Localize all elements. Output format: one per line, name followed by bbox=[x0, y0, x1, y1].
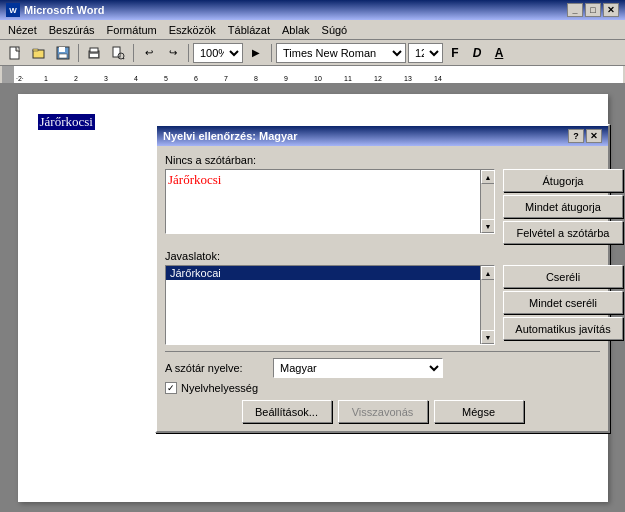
sep4 bbox=[271, 44, 272, 62]
dialog-title-bar: Nyelvi ellenőrzés: Magyar ? ✕ bbox=[157, 126, 608, 146]
svg-rect-8 bbox=[90, 54, 98, 57]
dialog-help-button[interactable]: ? bbox=[568, 129, 584, 143]
skip-button[interactable]: Átugorja bbox=[503, 169, 623, 192]
replace-all-button[interactable]: Mindet cseréli bbox=[503, 291, 623, 314]
svg-rect-5 bbox=[59, 54, 67, 58]
new-button[interactable] bbox=[4, 43, 26, 63]
dialog-body: Nincs a szótárban: Járőrkocsi ▲ ▼ Átugor… bbox=[157, 146, 608, 431]
close-button[interactable]: ✕ bbox=[603, 3, 619, 17]
scroll-up-btn[interactable]: ▲ bbox=[481, 170, 495, 184]
right-buttons-bottom: Cseréli Mindet cseréli Automatikus javít… bbox=[503, 265, 623, 345]
app-icon: W bbox=[6, 3, 20, 17]
title-bar-left: W Microsoft Word bbox=[6, 3, 104, 17]
menu-beszuras[interactable]: Beszúrás bbox=[45, 23, 99, 37]
not-in-dict-label: Nincs a szótárban: bbox=[165, 154, 600, 166]
menu-eszkozok[interactable]: Eszközök bbox=[165, 23, 220, 37]
zoom-arrow[interactable]: ▶ bbox=[245, 43, 267, 63]
suggestions-scrollbar[interactable]: ▲ ▼ bbox=[480, 266, 494, 344]
sugg-scroll-down[interactable]: ▼ bbox=[481, 330, 495, 344]
add-button[interactable]: Felvétel a szótárba bbox=[503, 221, 623, 244]
skip-all-button[interactable]: Mindet átugorja bbox=[503, 195, 623, 218]
settings-button[interactable]: Beállítások... bbox=[242, 400, 332, 423]
title-bar: W Microsoft Word _ □ ✕ bbox=[0, 0, 625, 20]
auto-correct-button[interactable]: Automatikus javítás bbox=[503, 317, 623, 340]
italic-button[interactable]: D bbox=[467, 43, 487, 63]
not-in-dict-container: Járőrkocsi ▲ ▼ bbox=[165, 169, 495, 244]
print-button[interactable] bbox=[83, 43, 105, 63]
suggestions-label: Javaslatok: bbox=[165, 250, 600, 262]
title-bar-controls[interactable]: _ □ ✕ bbox=[567, 3, 619, 17]
suggestions-row: Járőrkocai ▲ ▼ Cseréli Mindet cseréli Au… bbox=[165, 265, 600, 345]
font-select[interactable]: Times New Roman bbox=[276, 43, 406, 63]
cancel-button[interactable]: Mégse bbox=[434, 400, 524, 423]
sep1 bbox=[78, 44, 79, 62]
open-button[interactable] bbox=[28, 43, 50, 63]
suggestions-container: Járőrkocai ▲ ▼ bbox=[165, 265, 495, 345]
checkbox-row: ✓ Nyelvhelyesség bbox=[165, 382, 600, 394]
not-in-dict-row: Járőrkocsi ▲ ▼ Átugorja Mindet átugorja … bbox=[165, 169, 600, 244]
svg-rect-2 bbox=[33, 49, 38, 51]
undo-button[interactable]: Visszavonás bbox=[338, 400, 428, 423]
lang-label: A szótár nyelve: bbox=[165, 362, 265, 374]
suggestions-listbox[interactable]: Járőrkocai ▲ ▼ bbox=[165, 265, 495, 345]
suggestions-section: Javaslatok: Járőrkocai ▲ ▼ Cseréli bbox=[165, 250, 600, 345]
misspelled-word: Járőrkocsi bbox=[168, 172, 492, 188]
lang-row: A szótár nyelve: Magyar bbox=[165, 358, 600, 378]
maximize-button[interactable]: □ bbox=[585, 3, 601, 17]
menu-nezet[interactable]: Nézet bbox=[4, 23, 41, 37]
spell-checkbox[interactable]: ✓ bbox=[165, 382, 177, 394]
checkbox-label: Nyelvhelyesség bbox=[181, 382, 258, 394]
svg-rect-9 bbox=[113, 47, 120, 57]
scroll-down-btn[interactable]: ▼ bbox=[481, 219, 495, 233]
ruler: ·2· 1 2 3 4 5 6 7 8 9 10 11 12 13 14 bbox=[0, 66, 625, 84]
menu-bar: Nézet Beszúrás Formátum Eszközök Tábláza… bbox=[0, 20, 625, 40]
menu-formatum[interactable]: Formátum bbox=[103, 23, 161, 37]
selected-text: Járőrkocsi bbox=[38, 114, 95, 130]
dialog-title-controls[interactable]: ? ✕ bbox=[568, 129, 602, 143]
size-select[interactable]: 12 bbox=[408, 43, 443, 63]
menu-tablazat[interactable]: Táblázat bbox=[224, 23, 274, 37]
dialog-bottom-section: A szótár nyelve: Magyar ✓ Nyelvhelyesség… bbox=[165, 351, 600, 423]
bottom-buttons: Beállítások... Visszavonás Mégse bbox=[165, 400, 600, 423]
not-in-dict-section: Nincs a szótárban: Járőrkocsi ▲ ▼ Átugor… bbox=[165, 154, 600, 244]
suggestion-item[interactable]: Járőrkocai bbox=[166, 266, 494, 280]
textbox-scrollbar[interactable]: ▲ ▼ bbox=[480, 170, 494, 233]
ruler-body: ·2· 1 2 3 4 5 6 7 8 9 10 11 12 13 14 bbox=[14, 66, 623, 83]
dialog-title: Nyelvi ellenőrzés: Magyar bbox=[163, 130, 298, 142]
app-title: Microsoft Word bbox=[24, 4, 104, 16]
svg-rect-7 bbox=[90, 48, 98, 52]
dialog-close-button[interactable]: ✕ bbox=[586, 129, 602, 143]
ruler-margin-left bbox=[2, 66, 14, 83]
zoom-select[interactable]: 100% bbox=[193, 43, 243, 63]
redo-button[interactable]: ↪ bbox=[162, 43, 184, 63]
bold-button[interactable]: F bbox=[445, 43, 465, 63]
minimize-button[interactable]: _ bbox=[567, 3, 583, 17]
menu-sugo[interactable]: Súgó bbox=[318, 23, 352, 37]
preview-button[interactable] bbox=[107, 43, 129, 63]
sugg-scroll-up[interactable]: ▲ bbox=[481, 266, 495, 280]
toolbar: ↩ ↪ 100% ▶ Times New Roman 12 F D A bbox=[0, 40, 625, 66]
sep3 bbox=[188, 44, 189, 62]
save-button[interactable] bbox=[52, 43, 74, 63]
spell-check-dialog: Nyelvi ellenőrzés: Magyar ? ✕ Nincs a sz… bbox=[155, 124, 610, 433]
svg-line-11 bbox=[123, 58, 124, 59]
undo-button[interactable]: ↩ bbox=[138, 43, 160, 63]
svg-rect-4 bbox=[59, 47, 65, 52]
misspelled-textbox[interactable]: Járőrkocsi ▲ ▼ bbox=[165, 169, 495, 234]
menu-ablak[interactable]: Ablak bbox=[278, 23, 314, 37]
replace-button[interactable]: Cseréli bbox=[503, 265, 623, 288]
right-buttons-top: Átugorja Mindet átugorja Felvétel a szót… bbox=[503, 169, 623, 244]
sep2 bbox=[133, 44, 134, 62]
lang-select[interactable]: Magyar bbox=[273, 358, 443, 378]
underline-button[interactable]: A bbox=[489, 43, 509, 63]
document-area: Járőrkocsi Nyelvi ellenőrzés: Magyar ? ✕… bbox=[0, 84, 625, 512]
